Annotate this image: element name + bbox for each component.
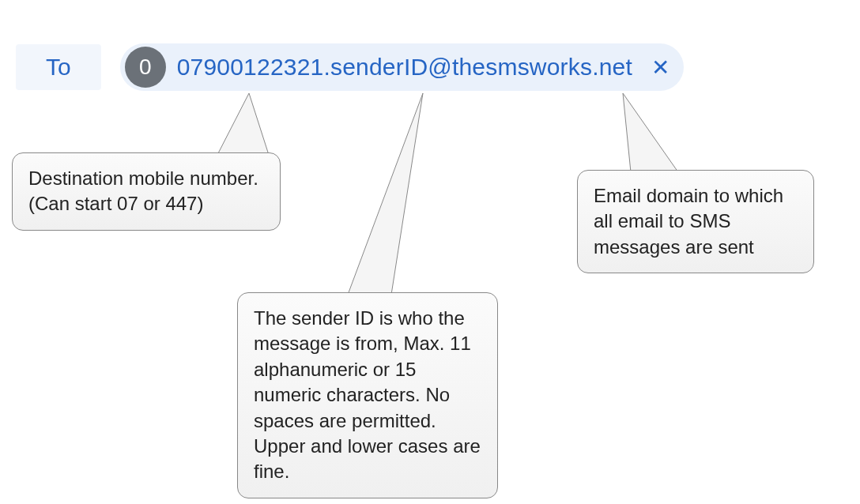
close-icon[interactable]: ✕ [648,55,673,81]
recipient-chip[interactable]: 0 07900122321.senderID@thesmsworks.net ✕ [120,43,684,91]
email-to-row: To 0 07900122321.senderID@thesmsworks.ne… [16,43,684,91]
callout-destination: Destination mobile number.(Can start 07 … [12,152,281,231]
recipient-address: 07900122321.senderID@thesmsworks.net [177,54,632,81]
avatar-initial: 0 [125,47,166,88]
callout-tail-sender-id [348,93,443,307]
callout-sender-id: The sender ID is who the message is from… [237,292,498,498]
callout-domain: Email domain to which all email to SMS m… [577,170,814,273]
to-label-button[interactable]: To [16,44,101,90]
